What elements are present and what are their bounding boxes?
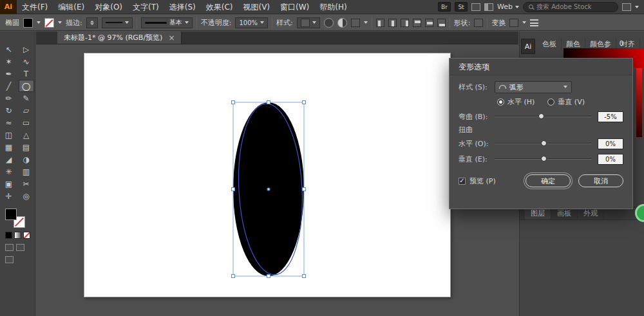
dash-style-select[interactable] (102, 17, 133, 28)
radio-checked-icon[interactable] (497, 98, 504, 106)
selection-handle[interactable] (232, 188, 235, 191)
recolor-artwork-icon[interactable] (324, 18, 334, 28)
hand-tool[interactable]: ✛ (1, 190, 17, 202)
align-top-icon[interactable] (413, 19, 421, 27)
selection-handle[interactable] (267, 101, 270, 104)
horizontal-radio-option[interactable]: 水平 (H) (497, 97, 535, 107)
menu-view[interactable]: 视图(V) (238, 0, 275, 14)
align-middle-icon[interactable] (425, 19, 433, 27)
free-transform-tool[interactable]: ▭ (19, 116, 34, 129)
gradient-button[interactable] (14, 232, 21, 239)
fill-chevron-icon[interactable] (37, 21, 41, 24)
cancel-button[interactable]: 取消 (578, 174, 623, 187)
gradient-tool[interactable]: ▤ (19, 141, 34, 153)
menu-file[interactable]: 文件(F) (17, 0, 53, 14)
shape-properties-icon[interactable] (474, 19, 483, 27)
document-tab[interactable]: 未标题-1* @ 97% (RGB/预览) × (57, 32, 182, 44)
perspective-grid-tool[interactable]: △ (19, 129, 34, 141)
menu-object[interactable]: 对象(O) (90, 0, 128, 14)
graphic-style-select[interactable] (297, 17, 320, 28)
ok-button[interactable]: 确定 (526, 174, 571, 187)
selection-handle[interactable] (267, 275, 270, 278)
align-right-icon[interactable] (401, 19, 409, 27)
draw-normal-icon[interactable] (5, 244, 14, 251)
artboard-tool[interactable]: ▣ (1, 178, 17, 190)
checkbox-checked-icon[interactable]: ✓ (459, 178, 466, 185)
screen-mode-icon[interactable] (5, 256, 14, 263)
stepper-arrows-icon[interactable] (90, 21, 94, 25)
stroke-profile-select[interactable]: 基本 (141, 17, 193, 28)
rotate-tool[interactable]: ↻ (1, 104, 17, 116)
bend-value-field[interactable]: -5% (598, 111, 623, 122)
selection-handle[interactable] (232, 101, 235, 104)
stock-icon[interactable]: St (455, 2, 468, 12)
direct-selection-tool[interactable]: ▷ (19, 43, 34, 55)
vertical-distort-field[interactable]: 0% (598, 154, 623, 165)
selection-handle[interactable] (232, 275, 235, 278)
transform-link[interactable]: 变换 (491, 18, 506, 28)
selection-handle[interactable] (303, 275, 306, 278)
symbol-sprayer-tool[interactable]: ✳ (1, 165, 17, 178)
menu-type[interactable]: 文字(T) (128, 0, 164, 14)
draw-behind-icon[interactable] (16, 244, 24, 251)
grid-icon[interactable] (622, 3, 631, 11)
dialog-title[interactable]: 变形选项 (450, 59, 632, 75)
workspace-switcher[interactable]: Web (497, 3, 519, 11)
type-tool[interactable]: T (19, 68, 34, 80)
eyedropper-tool[interactable]: ◢ (1, 153, 17, 165)
line-segment-tool[interactable]: ╱ (1, 80, 17, 92)
horizontal-distort-field[interactable]: 0% (598, 138, 623, 149)
fill-color-swatch[interactable] (23, 18, 33, 28)
ai-panel-icon[interactable]: Ai (521, 39, 535, 54)
chevron-down-icon[interactable] (364, 21, 368, 24)
align-bottom-icon[interactable] (437, 19, 446, 27)
stroke-chevron-icon[interactable] (58, 21, 62, 24)
zoom-tool[interactable]: ◎ (19, 190, 34, 202)
fill-swatch[interactable] (5, 209, 17, 220)
warp-style-select[interactable]: 弧形 (495, 81, 572, 93)
pencil-tool[interactable]: ✎ (19, 92, 34, 104)
preview-checkbox-row[interactable]: ✓ 预览 (P) (459, 176, 496, 186)
panel-menu-icon[interactable] (530, 19, 538, 26)
menu-window[interactable]: 窗口(W) (275, 0, 314, 14)
menu-select[interactable]: 选择(S) (164, 0, 201, 14)
pen-tool[interactable]: ✒ (1, 68, 17, 80)
stroke-weight-stepper[interactable] (86, 17, 98, 28)
selection-handle[interactable] (303, 101, 306, 104)
align-center-icon[interactable] (388, 19, 397, 27)
blend-tool[interactable]: ◑ (19, 153, 34, 165)
radio-unchecked-icon[interactable] (547, 98, 554, 106)
menu-edit[interactable]: 编辑(E) (53, 0, 90, 14)
slider-thumb[interactable] (538, 113, 544, 119)
color-balance-icon[interactable] (337, 18, 347, 28)
menu-help[interactable]: 帮助(H) (314, 0, 352, 14)
canvas-pasteboard[interactable] (36, 45, 518, 316)
transform-icon[interactable] (509, 19, 518, 27)
tab-swatches[interactable]: 色板 (538, 39, 562, 50)
magic-wand-tool[interactable]: ✶ (1, 55, 17, 68)
paintbrush-tool[interactable]: ✏ (1, 92, 17, 104)
layout-icon[interactable] (484, 3, 493, 11)
none-button[interactable] (23, 232, 30, 239)
arrange-documents-icon[interactable] (471, 3, 480, 11)
mesh-tool[interactable]: ▦ (1, 141, 17, 153)
chevron-down-icon[interactable] (522, 21, 526, 24)
slider-thumb[interactable] (541, 140, 547, 146)
opacity-select[interactable]: 100% (235, 17, 268, 28)
bridge-icon[interactable]: Br (438, 2, 451, 12)
document-setup-icon[interactable] (351, 19, 360, 27)
slider-thumb[interactable] (541, 156, 547, 162)
slice-tool[interactable]: ✂ (19, 178, 34, 190)
vertical-radio-option[interactable]: 垂直 (V) (547, 97, 585, 107)
color-spectrum-bar[interactable] (636, 68, 642, 137)
align-left-icon[interactable] (376, 19, 384, 27)
selection-handle[interactable] (303, 188, 306, 191)
shape-builder-tool[interactable]: ◫ (1, 129, 17, 141)
ellipse-tool[interactable]: ◯ (19, 80, 34, 92)
color-button[interactable] (5, 232, 12, 239)
menu-effect[interactable]: 效果(C) (201, 0, 238, 14)
vertical-distort-slider[interactable] (495, 153, 592, 165)
graph-tool[interactable]: ▥ (19, 165, 34, 178)
scale-tool[interactable]: ▱ (19, 104, 34, 116)
bend-slider[interactable] (495, 111, 592, 122)
